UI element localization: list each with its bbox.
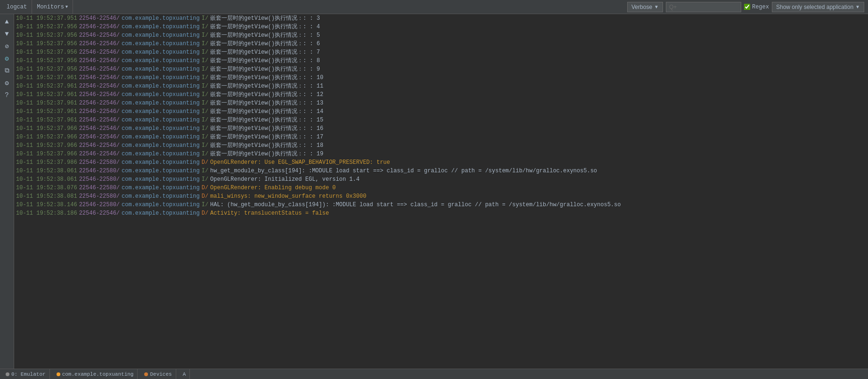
log-timestamp: 10-11 19:52:37.986 — [16, 158, 77, 167]
log-level: I/ — [202, 124, 208, 133]
log-pid: 22546-22546/ — [79, 90, 120, 99]
log-package: com.example.topxuanting — [122, 40, 200, 48]
log-timestamp: 10-11 19:52:38.186 — [16, 209, 77, 218]
log-level: I/ — [202, 141, 208, 150]
log-package: com.example.topxuanting — [122, 158, 200, 167]
regex-label-text: Regex — [752, 4, 769, 10]
log-package: com.example.topxuanting — [122, 65, 200, 73]
log-timestamp: 10-11 19:52:37.961 — [16, 90, 77, 99]
log-package: com.example.topxuanting — [122, 48, 200, 56]
log-message: Activity: translucentStatus = false — [210, 209, 329, 218]
log-level: D/ — [202, 192, 208, 201]
log-timestamp: 10-11 19:52:38.076 — [16, 184, 77, 192]
main-area: ▲ ▼ ⊘ ⚙ ⧉ ⚙ ? 10-11 19:52:37.95122546-22… — [0, 14, 868, 369]
sidebar-settings[interactable]: ⚙ — [1, 77, 13, 89]
log-line[interactable]: 10-11 19:52:37.95122546-22546/com.exampl… — [14, 14, 868, 23]
monitors-tab[interactable]: Monitors ▼ — [32, 0, 73, 14]
verbose-label: Verbose — [631, 4, 652, 10]
log-level: I/ — [202, 82, 208, 90]
log-timestamp: 10-11 19:52:37.956 — [16, 23, 77, 31]
log-package: com.example.topxuanting — [122, 23, 200, 31]
log-line[interactable]: 10-11 19:52:38.07622546-22580/com.exampl… — [14, 184, 868, 192]
log-line[interactable]: 10-11 19:52:37.96122546-22546/com.exampl… — [14, 90, 868, 99]
bottom-tab-a[interactable]: A — [179, 369, 190, 379]
log-pid: 22546-22580/ — [79, 175, 120, 184]
log-package: com.example.topxuanting — [122, 107, 200, 116]
log-area[interactable]: 10-11 19:52:37.95122546-22546/com.exampl… — [14, 14, 868, 369]
log-line[interactable]: 10-11 19:52:37.96122546-22546/com.exampl… — [14, 99, 868, 107]
log-line[interactable]: 10-11 19:52:38.18622546-22546/com.exampl… — [14, 209, 868, 218]
log-line[interactable]: 10-11 19:52:37.96122546-22546/com.exampl… — [14, 73, 868, 82]
log-line[interactable]: 10-11 19:52:37.95622546-22546/com.exampl… — [14, 23, 868, 31]
log-line[interactable]: 10-11 19:52:37.95622546-22546/com.exampl… — [14, 40, 868, 48]
log-timestamp: 10-11 19:52:37.956 — [16, 31, 77, 40]
log-timestamp: 10-11 19:52:37.961 — [16, 99, 77, 107]
log-package: com.example.topxuanting — [122, 90, 200, 99]
log-line[interactable]: 10-11 19:52:37.98622546-22580/com.exampl… — [14, 158, 868, 167]
log-level: I/ — [202, 23, 208, 31]
log-message: 嵌套一层时的getView()执行情况：: : 9 — [210, 65, 320, 73]
log-level: D/ — [202, 209, 208, 218]
log-timestamp: 10-11 19:52:38.061 — [16, 167, 77, 175]
sidebar-clear[interactable]: ⊘ — [1, 40, 13, 52]
log-package: com.example.topxuanting — [122, 209, 200, 218]
log-line[interactable]: 10-11 19:52:37.96622546-22546/com.exampl… — [14, 150, 868, 158]
log-line[interactable]: 10-11 19:52:38.14622546-22580/com.exampl… — [14, 201, 868, 209]
log-level: I/ — [202, 48, 208, 56]
bottom-tab-app-label: com.example.topxuanting — [62, 371, 134, 377]
bottom-tab-emulator[interactable]: 0: Emulator — [2, 369, 50, 379]
log-timestamp: 10-11 19:52:37.966 — [16, 124, 77, 133]
log-message: 嵌套一层时的getView()执行情况：: : 19 — [210, 150, 323, 158]
sidebar-scroll-down[interactable]: ▼ — [1, 28, 13, 40]
log-level: I/ — [202, 56, 208, 65]
log-package: com.example.topxuanting — [122, 99, 200, 107]
search-input[interactable] — [666, 2, 741, 12]
log-message: 嵌套一层时的getView()执行情况：: : 11 — [210, 82, 323, 90]
emulator-dot-icon — [6, 372, 9, 376]
log-line[interactable]: 10-11 19:52:37.96622546-22546/com.exampl… — [14, 124, 868, 133]
bottom-tab-a-label: A — [183, 371, 186, 377]
log-package: com.example.topxuanting — [122, 201, 200, 209]
log-pid: 22546-22580/ — [79, 158, 120, 167]
log-line[interactable]: 10-11 19:52:38.06122546-22580/com.exampl… — [14, 167, 868, 175]
log-pid: 22546-22546/ — [79, 99, 120, 107]
log-line[interactable]: 10-11 19:52:37.96122546-22546/com.exampl… — [14, 82, 868, 90]
log-level: I/ — [202, 116, 208, 124]
show-only-selected-button[interactable]: Show only selected application ▼ — [772, 2, 864, 12]
bottom-tab-app[interactable]: com.example.topxuanting — [53, 369, 138, 379]
log-message: 嵌套一层时的getView()执行情况：: : 12 — [210, 90, 323, 99]
log-line[interactable]: 10-11 19:52:37.96622546-22546/com.exampl… — [14, 133, 868, 141]
sidebar-filter[interactable]: ⚙ — [1, 53, 13, 64]
log-line[interactable]: 10-11 19:52:37.95622546-22546/com.exampl… — [14, 48, 868, 56]
log-message: 嵌套一层时的getView()执行情况：: : 15 — [210, 116, 323, 124]
log-line[interactable]: 10-11 19:52:37.95622546-22546/com.exampl… — [14, 31, 868, 40]
log-line[interactable]: 10-11 19:52:37.96122546-22546/com.exampl… — [14, 107, 868, 116]
log-timestamp: 10-11 19:52:38.061 — [16, 175, 77, 184]
regex-checkbox[interactable] — [744, 4, 750, 10]
log-pid: 22546-22580/ — [79, 192, 120, 201]
log-pid: 22546-22546/ — [79, 82, 120, 90]
sidebar-copy[interactable]: ⧉ — [1, 65, 13, 76]
log-line[interactable]: 10-11 19:52:38.08122546-22580/com.exampl… — [14, 192, 868, 201]
sidebar-help[interactable]: ? — [1, 89, 13, 101]
log-line[interactable]: 10-11 19:52:38.06122546-22580/com.exampl… — [14, 175, 868, 184]
log-package: com.example.topxuanting — [122, 116, 200, 124]
sidebar-scroll-up[interactable]: ▲ — [1, 16, 13, 27]
log-line[interactable]: 10-11 19:52:37.95622546-22546/com.exampl… — [14, 65, 868, 73]
log-message: hw_get_module_by_class[194]: :MODULE loa… — [210, 167, 597, 175]
monitors-tab-label: Monitors — [37, 4, 64, 10]
logcat-tab[interactable]: logcat — [2, 0, 32, 14]
log-line[interactable]: 10-11 19:52:37.96122546-22546/com.exampl… — [14, 116, 868, 124]
verbose-dropdown[interactable]: Verbose ▼ — [627, 2, 663, 12]
bottom-tab-devices[interactable]: Devices — [140, 369, 176, 379]
log-line[interactable]: 10-11 19:52:37.95622546-22546/com.exampl… — [14, 56, 868, 65]
log-package: com.example.topxuanting — [122, 14, 200, 23]
bottom-tab-devices-label: Devices — [150, 371, 172, 377]
log-message: 嵌套一层时的getView()执行情况：: : 10 — [210, 73, 323, 82]
log-timestamp: 10-11 19:52:37.966 — [16, 133, 77, 141]
log-package: com.example.topxuanting — [122, 56, 200, 65]
log-line[interactable]: 10-11 19:52:37.96622546-22546/com.exampl… — [14, 141, 868, 150]
regex-label[interactable]: Regex — [744, 4, 769, 10]
log-timestamp: 10-11 19:52:37.961 — [16, 82, 77, 90]
log-level: I/ — [202, 73, 208, 82]
